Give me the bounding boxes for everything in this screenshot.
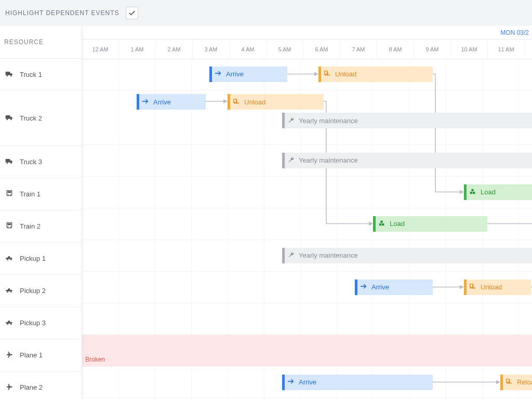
resource-row[interactable]: Pickup 3 (0, 307, 82, 339)
highlight-label: HIGHLIGHT DEPENDENT EVENTS (5, 9, 119, 17)
timeline-panel[interactable]: MON 03/2 12 AM1 AM2 AM3 AM4 AM5 AM6 AM7 … (82, 26, 532, 399)
hour-cell: 1 AM (119, 39, 156, 59)
event-unload[interactable]: Unload (464, 280, 531, 295)
hour-cell: 12 AM (82, 39, 119, 59)
event-label: Load (481, 188, 496, 196)
event-label: Arrive (299, 378, 316, 386)
check-icon (128, 9, 136, 17)
resource-name: Plane 2 (20, 383, 43, 391)
svg-point-0 (7, 75, 8, 77)
event-load[interactable]: Load (464, 184, 532, 200)
svg-point-30 (236, 102, 237, 104)
train-icon (5, 189, 14, 199)
resource-row[interactable]: Truck 1 (0, 59, 82, 91)
svg-point-31 (470, 287, 472, 289)
svg-point-10 (8, 227, 9, 228)
pickup-icon (5, 286, 14, 296)
event-arrive[interactable]: Arrive (209, 66, 287, 82)
forklift-icon (324, 70, 331, 78)
arrow-icon (287, 378, 295, 387)
resource-name: Plane 1 (20, 351, 43, 359)
scheduler: RESOURCE Truck 1Truck 2Truck 3Train 1Tra… (0, 26, 532, 399)
event-arrive[interactable]: Arrive (355, 280, 433, 295)
svg-point-29 (234, 102, 235, 104)
event-stripe (464, 184, 467, 200)
train-icon (5, 221, 14, 231)
event-stripe (282, 248, 285, 263)
event-label: Arrive (226, 70, 244, 78)
svg-point-8 (10, 194, 11, 195)
event-maint[interactable]: Yearly maintenance (282, 153, 532, 168)
event-maint[interactable]: Yearly maintenance (282, 248, 532, 263)
event-unload[interactable]: Unload (228, 94, 324, 110)
resource-row[interactable]: Plane 1 (0, 339, 82, 371)
event-load[interactable]: Load (373, 216, 487, 232)
resource-row[interactable]: Pickup 1 (0, 243, 82, 275)
event-stripe (318, 66, 321, 82)
event-stripe (373, 216, 376, 232)
svg-point-11 (10, 227, 11, 228)
event-stripe (209, 66, 212, 82)
svg-point-12 (7, 259, 8, 261)
event-label: Reload (517, 378, 532, 386)
resource-name: Truck 1 (20, 71, 42, 78)
event-arrive[interactable]: Arrive (137, 94, 206, 110)
forklift-icon (233, 98, 240, 107)
resource-row[interactable]: Train 1 (0, 178, 82, 210)
resource-row[interactable]: Train 2 (0, 210, 82, 243)
event-stripe (282, 375, 285, 390)
resource-name: Pickup 2 (20, 287, 46, 295)
hour-header: 12 AM1 AM2 AM3 AM4 AM5 AM6 AM7 AM8 AM9 A… (82, 39, 532, 59)
event-arrive[interactable]: Arrive (282, 375, 433, 390)
event-label: Unload (335, 70, 356, 78)
date-header: MON 03/2 (82, 26, 532, 39)
svg-point-33 (507, 382, 508, 384)
resource-header: RESOURCE (0, 26, 82, 59)
svg-point-7 (8, 194, 9, 195)
resource-panel: RESOURCE Truck 1Truck 2Truck 3Train 1Tra… (0, 26, 82, 399)
event-label: Arrive (371, 283, 389, 291)
broken-label: Broken (85, 356, 105, 363)
resource-name: Pickup 3 (20, 319, 46, 327)
svg-point-1 (10, 75, 12, 77)
hour-cell: 10 AM (451, 39, 488, 59)
hour-cell: 12 (525, 39, 532, 59)
resource-name: Train 1 (20, 190, 41, 198)
truck-icon (5, 70, 14, 79)
hour-cell: 9 AM (414, 39, 451, 59)
resource-name: Train 2 (20, 222, 41, 230)
toolbar: HIGHLIGHT DEPENDENT EVENTS (0, 0, 532, 26)
plane-icon (5, 382, 14, 392)
event-stripe (228, 94, 230, 110)
pickup-icon (5, 318, 14, 328)
event-maint[interactable]: Yearly maintenance (282, 113, 532, 128)
event-label: Load (390, 220, 405, 228)
resource-name: Truck 3 (20, 158, 42, 166)
arrow-icon (142, 98, 149, 107)
timeline-grid[interactable]: BrokenArriveUnloadArriveUnloadYearly mai… (82, 58, 532, 399)
truck-icon (5, 157, 14, 167)
wrench-icon (287, 156, 295, 165)
arrow-icon (215, 70, 222, 78)
resource-row[interactable]: Plane 2 (0, 371, 82, 399)
event-label: Yearly maintenance (299, 117, 358, 125)
event-unload[interactable]: Reload (500, 375, 532, 390)
svg-point-34 (509, 382, 510, 384)
resource-row[interactable]: Truck 2 (0, 91, 82, 146)
resource-row[interactable]: Pickup 2 (0, 275, 82, 307)
resource-name: Pickup 1 (20, 255, 46, 262)
event-stripe (500, 375, 503, 390)
event-stripe (355, 280, 357, 295)
event-label: Unload (244, 98, 265, 106)
event-label: Yearly maintenance (299, 251, 358, 259)
hour-cell: 6 AM (303, 39, 340, 59)
wrench-icon (287, 116, 295, 125)
event-stripe (464, 280, 467, 295)
event-unload[interactable]: Unload (318, 66, 433, 82)
svg-point-4 (7, 163, 8, 164)
svg-point-17 (10, 324, 12, 325)
event-label: Arrive (153, 98, 171, 106)
highlight-checkbox[interactable] (126, 7, 138, 19)
hour-cell: 4 AM (230, 39, 267, 59)
resource-row[interactable]: Truck 3 (0, 146, 82, 178)
